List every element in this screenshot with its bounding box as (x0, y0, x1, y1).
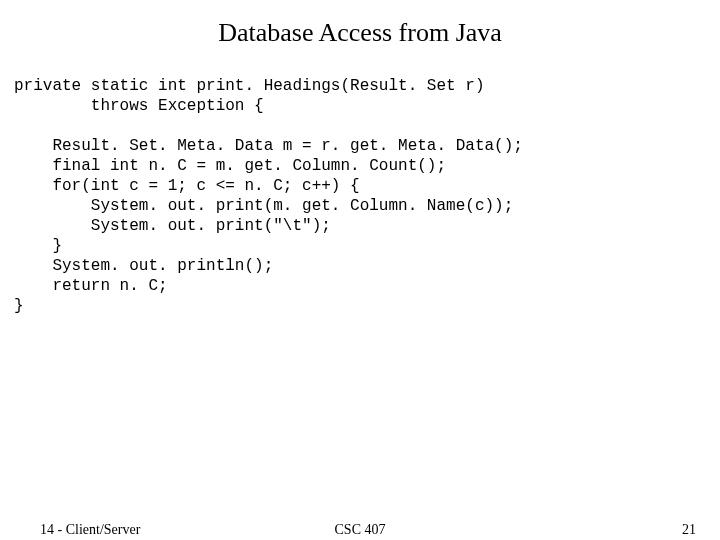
code-block: private static int print. Headings(Resul… (0, 76, 720, 316)
footer-right: 21 (682, 522, 696, 538)
slide-title: Database Access from Java (0, 0, 720, 76)
slide: Database Access from Java private static… (0, 0, 720, 540)
footer-center: CSC 407 (0, 522, 720, 538)
